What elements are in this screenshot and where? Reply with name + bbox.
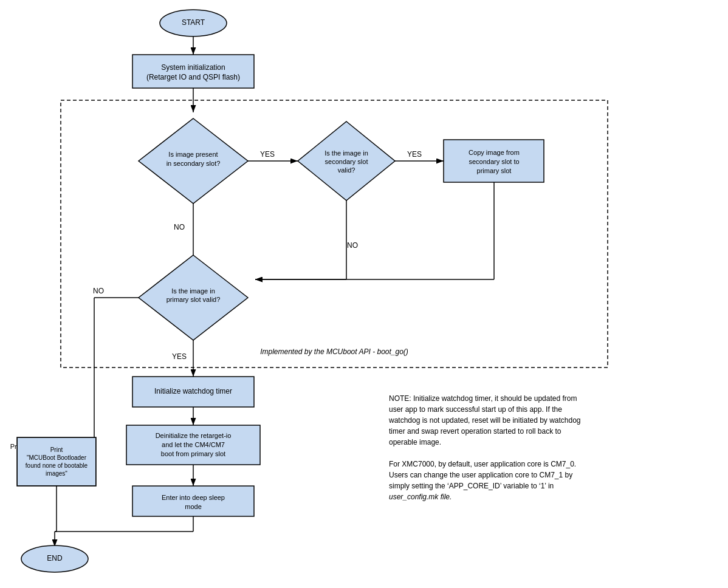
- deep-sleep-label1: Enter into deep sleep: [162, 494, 225, 501]
- no-label1: NO: [174, 223, 185, 231]
- print-msg-overlay: Print"MCUBoot Bootloaderfound none of bo…: [17, 437, 96, 486]
- start-label: START: [182, 18, 205, 27]
- yes-label1: YES: [260, 150, 275, 159]
- sys-init-label1: System initialization: [161, 63, 225, 72]
- yes-label2: YES: [407, 150, 422, 159]
- primary-valid-label2: primary slot valid?: [167, 296, 221, 303]
- no-label2: NO: [347, 241, 358, 250]
- deinit-label1: Deinitialize the retarget-io: [156, 432, 232, 439]
- secondary-valid-label3: valid?: [338, 166, 355, 174]
- copy-image-label3: primary slot: [477, 167, 512, 174]
- sys-init-label2: (Retarget IO and QSPI flash): [146, 73, 240, 81]
- no-label3: NO: [93, 287, 104, 295]
- deep-sleep-node: [132, 486, 254, 516]
- note-line9: simply setting the ‘APP_CORE_ID’ variabl…: [389, 482, 554, 490]
- secondary-present-label1: Is image present: [168, 151, 218, 158]
- note-line8: Users can change the user application co…: [389, 471, 572, 479]
- note-line5: operable image.: [389, 438, 441, 446]
- note-line4: timer and swap revert operation started …: [389, 427, 561, 436]
- deinit-label3: boot from primary slot: [161, 450, 225, 457]
- secondary-valid-label1: Is the image in: [325, 149, 368, 157]
- copy-image-label2: secondary slot to: [469, 158, 519, 165]
- print-msg-text: Print"MCUBoot Bootloaderfound none of bo…: [26, 446, 88, 477]
- diagram-container: START System initialization (Retarget IO…: [0, 0, 728, 588]
- copy-image-label1: Copy image from: [469, 149, 520, 156]
- secondary-valid-label2: secondary slot: [325, 158, 368, 165]
- note-line3: watchdog is not updated, reset will be i…: [388, 416, 581, 425]
- note-line2: user app to mark successful start up of …: [389, 405, 562, 414]
- note-line1: NOTE: Initialize watchdog timer, it shou…: [389, 394, 577, 403]
- mcuboot-label: Implemented by the MCUboot API - boot_go…: [260, 347, 408, 356]
- deep-sleep-label2: mode: [185, 503, 202, 510]
- primary-valid-label1: Is the image in: [171, 287, 215, 295]
- note-line7: For XMC7000, by default, user applicatio…: [389, 460, 576, 468]
- deinit-label2: and let the CM4/CM7: [162, 441, 225, 448]
- yes-label3: YES: [172, 352, 187, 361]
- end-label: END: [47, 554, 63, 562]
- secondary-present-label2: in secondary slot?: [167, 160, 221, 167]
- note-line10: user_config.mk file.: [389, 493, 452, 501]
- watchdog-label: Initialize watchdog timer: [154, 387, 232, 395]
